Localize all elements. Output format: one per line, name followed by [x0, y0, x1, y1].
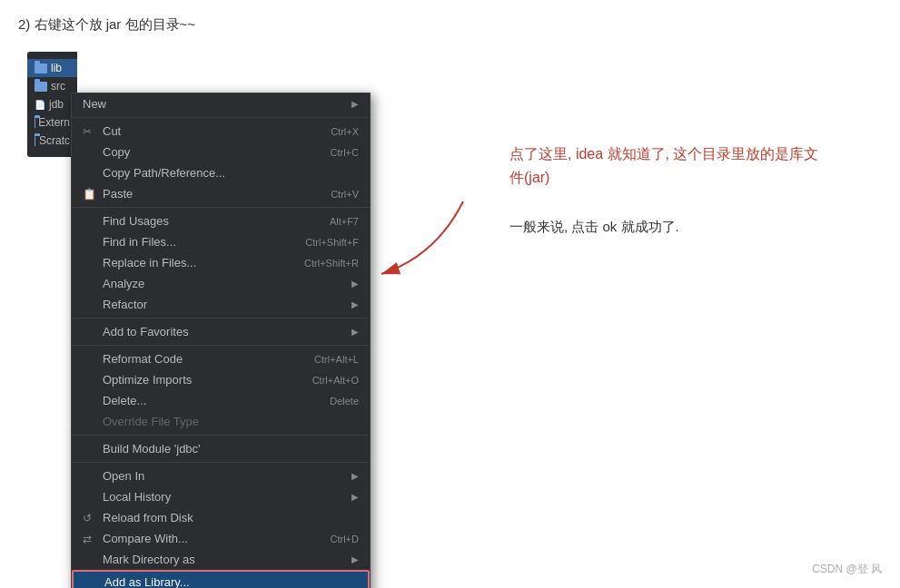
- menu-item-refactor[interactable]: Refactor ▶: [72, 294, 370, 315]
- compare-icon: ⇄: [83, 533, 97, 545]
- menu-item-delete[interactable]: Delete... Delete: [72, 390, 370, 411]
- file-tree-item-extern[interactable]: Extern: [27, 113, 77, 132]
- file-tree: lib src 📄 jdb Extern Scratc: [27, 52, 77, 157]
- menu-item-replaceinfiles[interactable]: Replace in Files... Ctrl+Shift+R: [72, 252, 370, 273]
- separator: [72, 117, 370, 118]
- menu-item-addtofav[interactable]: Add to Favorites ▶: [72, 321, 370, 342]
- separator: [72, 345, 370, 346]
- annotation-area: 点了这里, idea 就知道了, 这个目录里放的是库文件(jar) 一般来说, …: [509, 142, 827, 238]
- separator: [72, 318, 370, 318]
- submenu-arrow: ▶: [351, 554, 359, 564]
- watermark: CSDN @登 风: [812, 562, 882, 577]
- file-tree-item-src[interactable]: src: [27, 77, 77, 95]
- folder-icon: [35, 136, 35, 146]
- menu-item-copypath[interactable]: Copy Path/Reference...: [72, 162, 370, 183]
- menu-item-findinfiles[interactable]: Find in Files... Ctrl+Shift+F: [72, 231, 370, 252]
- page-title: 2) 右键这个放 jar 包的目录~~: [0, 0, 900, 43]
- menu-item-findusages[interactable]: Find Usages Alt+F7: [72, 211, 370, 231]
- file-tree-item-lib[interactable]: lib: [27, 59, 77, 77]
- menu-item-cut[interactable]: ✂ Cut Ctrl+X: [72, 121, 370, 142]
- paste-icon: 📋: [83, 188, 97, 201]
- menu-item-reformatcode[interactable]: Reformat Code Ctrl+Alt+L: [72, 348, 370, 369]
- file-tree-item-scratch[interactable]: Scratc: [27, 132, 77, 150]
- file-tree-item-jdb[interactable]: 📄 jdb: [27, 95, 77, 113]
- submenu-arrow: ▶: [351, 99, 359, 109]
- menu-item-localhistory[interactable]: Local History ▶: [72, 486, 370, 507]
- annotation-text2: 一般来说, 点击 ok 就成功了.: [509, 216, 827, 238]
- submenu-arrow: ▶: [351, 471, 359, 481]
- main-area: lib src 📄 jdb Extern Scratc New ▶ ✂ Cut: [0, 43, 900, 585]
- menu-item-buildmodule[interactable]: Build Module 'jdbc': [72, 438, 370, 459]
- folder-icon: [35, 64, 47, 74]
- menu-item-addaslibrary[interactable]: Add as Library...: [72, 570, 370, 588]
- menu-item-optimizeimports[interactable]: Optimize Imports Ctrl+Alt+O: [72, 369, 370, 390]
- separator: [72, 207, 370, 208]
- menu-item-new[interactable]: New ▶: [72, 93, 370, 114]
- cut-icon: ✂: [83, 125, 97, 138]
- menu-item-openin[interactable]: Open In ▶: [72, 466, 370, 486]
- reload-icon: ↺: [83, 512, 97, 524]
- menu-item-copy[interactable]: Copy Ctrl+C: [72, 142, 370, 162]
- menu-item-markdirectoryas[interactable]: Mark Directory as ▶: [72, 549, 370, 570]
- menu-item-reloadfromdisk[interactable]: ↺ Reload from Disk: [72, 507, 370, 528]
- submenu-arrow: ▶: [351, 492, 359, 502]
- context-menu: New ▶ ✂ Cut Ctrl+X Copy Ctrl+C Copy Path…: [71, 93, 371, 588]
- separator: [72, 435, 370, 436]
- menu-item-comparewith[interactable]: ⇄ Compare With... Ctrl+D: [72, 528, 370, 549]
- submenu-arrow: ▶: [351, 299, 359, 309]
- submenu-arrow: ▶: [351, 327, 359, 337]
- menu-item-overridefiletype: Override File Type: [72, 411, 370, 432]
- menu-item-paste[interactable]: 📋 Paste Ctrl+V: [72, 183, 370, 204]
- menu-item-analyze[interactable]: Analyze ▶: [72, 273, 370, 294]
- submenu-arrow: ▶: [351, 279, 359, 289]
- separator: [72, 462, 370, 463]
- annotation-text1: 点了这里, idea 就知道了, 这个目录里放的是库文件(jar): [509, 142, 827, 189]
- folder-icon: [35, 82, 47, 92]
